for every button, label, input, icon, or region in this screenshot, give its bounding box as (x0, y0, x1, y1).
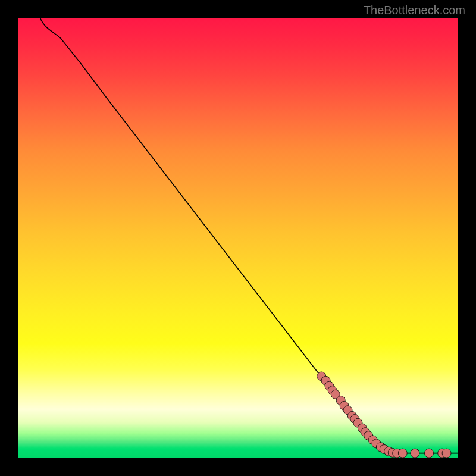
data-points (317, 372, 451, 458)
chart-svg (18, 18, 458, 458)
plot-area (18, 18, 458, 458)
bottleneck-curve (40, 18, 458, 453)
data-point (411, 449, 419, 458)
data-point (442, 449, 451, 458)
data-point (425, 449, 434, 458)
watermark-text: TheBottleneck.com (364, 4, 465, 17)
data-point (398, 449, 407, 458)
